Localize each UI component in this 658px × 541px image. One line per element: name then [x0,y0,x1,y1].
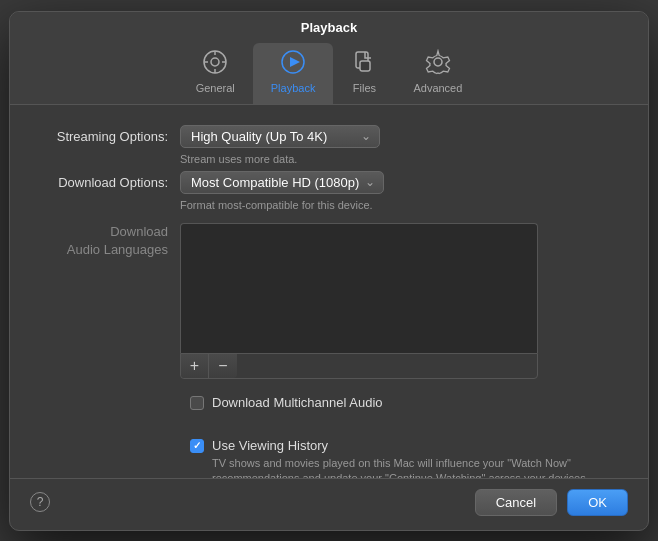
viewing-history-label: Use Viewing History [212,438,618,453]
multichannel-audio-row: Download Multichannel Audio [40,389,618,416]
download-options-value: Most Compatible HD (1080p) [191,175,359,190]
playback-icon [280,49,306,79]
download-options-label: Download Options: [40,171,180,190]
viewing-history-checkbox[interactable] [190,439,204,453]
remove-language-button[interactable]: − [209,354,237,378]
footer-right: Cancel OK [475,489,628,516]
streaming-select[interactable]: High Quality (Up To 4K) [180,125,380,148]
advanced-icon [425,49,451,79]
add-language-button[interactable]: + [181,354,209,378]
window-title: Playback [301,20,357,35]
svg-point-1 [211,58,219,66]
content-area: Streaming Options: High Quality (Up To 4… [10,105,648,478]
svg-point-10 [434,58,442,66]
help-button[interactable]: ? [30,492,50,512]
download-options-hint: Format most-compatible for this device. [180,199,384,211]
streaming-label: Streaming Options: [40,125,180,144]
cancel-button[interactable]: Cancel [475,489,557,516]
viewing-history-row: Use Viewing History TV shows and movies … [40,432,618,478]
tab-files[interactable]: Files [333,43,395,104]
svg-marker-7 [290,57,300,67]
viewing-history-hint: TV shows and movies played on this Mac w… [212,456,618,478]
download-options-control: Most Compatible HD (1080p) Format most-c… [180,171,384,211]
multichannel-checkbox[interactable] [190,396,204,410]
download-audio-languages-row: Download Audio Languages + − [40,223,618,379]
footer: ? Cancel OK [10,478,648,530]
footer-left: ? [30,492,50,512]
tab-general[interactable]: General [178,43,253,104]
tab-advanced-label: Advanced [413,82,462,94]
languages-listbox[interactable] [180,223,538,353]
multichannel-label: Download Multichannel Audio [212,395,383,410]
streaming-options-row: Streaming Options: High Quality (Up To 4… [40,125,618,165]
tab-playback-label: Playback [271,82,316,94]
tab-files-label: Files [353,82,376,94]
playback-preferences-window: Playback General [9,11,649,531]
download-audio-label: Download Audio Languages [40,223,180,259]
files-icon [351,49,377,79]
svg-rect-9 [360,61,370,71]
streaming-control: High Quality (Up To 4K) Stream uses more… [180,125,380,165]
general-icon [202,49,228,79]
titlebar: Playback General [10,12,648,105]
viewing-history-content: Use Viewing History TV shows and movies … [212,438,618,478]
download-options-row: Download Options: Most Compatible HD (10… [40,171,618,211]
ok-button[interactable]: OK [567,489,628,516]
toolbar: General Playback [178,43,481,104]
tab-advanced[interactable]: Advanced [395,43,480,104]
languages-box-container: + − [180,223,538,379]
download-options-select[interactable]: Most Compatible HD (1080p) [180,171,384,194]
streaming-hint: Stream uses more data. [180,153,380,165]
languages-controls: + − [180,353,538,379]
tab-general-label: General [196,82,235,94]
tab-playback[interactable]: Playback [253,43,334,104]
streaming-value: High Quality (Up To 4K) [191,129,327,144]
